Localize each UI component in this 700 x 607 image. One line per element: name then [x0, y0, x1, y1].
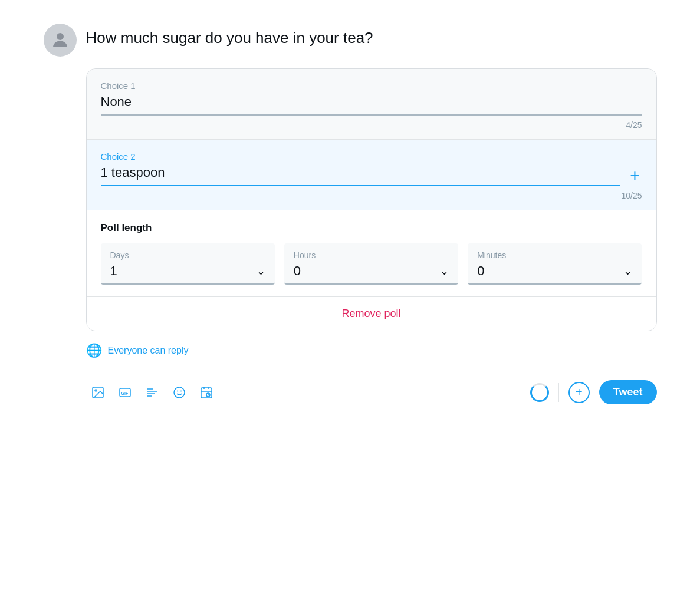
image-icon	[91, 385, 105, 400]
poll-length-title: Poll length	[101, 222, 642, 234]
svg-point-2	[95, 390, 97, 391]
avatar-icon	[50, 29, 71, 51]
toolbar-divider	[44, 368, 657, 368]
toolbar-row: GIF	[44, 373, 657, 407]
poll-length-section: Poll length Days 1 ⌄ Hours 0 ⌄	[87, 210, 656, 297]
days-chevron-icon: ⌄	[257, 265, 265, 278]
hours-value-row: 0 ⌄	[294, 263, 449, 279]
hours-dropdown[interactable]: Hours 0 ⌄	[284, 243, 458, 285]
plus-icon: +	[576, 385, 583, 399]
minutes-value: 0	[477, 263, 484, 279]
choice-1-input-wrapper: None	[101, 94, 642, 116]
toolbar-right: + Tweet	[530, 380, 657, 404]
toolbar-left: GIF	[86, 381, 218, 404]
emoji-icon-button[interactable]	[167, 381, 191, 404]
gif-icon: GIF	[118, 385, 132, 400]
hours-value: 0	[294, 263, 301, 279]
days-value-row: 1 ⌄	[110, 263, 265, 279]
hours-label: Hours	[294, 250, 449, 260]
choice-2-input-wrapper: 1 teaspoon	[101, 165, 621, 186]
choice-1-input-row: None	[101, 94, 642, 116]
svg-rect-12	[201, 388, 212, 398]
everyone-reply-text: Everyone can reply	[108, 345, 189, 356]
avatar	[44, 24, 77, 57]
add-choice-button[interactable]: +	[627, 167, 642, 184]
choice-1-label: Choice 1	[101, 81, 642, 91]
choice-1-section: Choice 1 None 4/25	[87, 69, 656, 140]
dropdowns-row: Days 1 ⌄ Hours 0 ⌄ Minutes	[101, 243, 642, 285]
globe-icon: 🌐	[86, 343, 102, 358]
days-label: Days	[110, 250, 265, 260]
toolbar-vertical-divider	[558, 383, 559, 402]
days-dropdown[interactable]: Days 1 ⌄	[101, 243, 275, 285]
remove-poll-button[interactable]: Remove poll	[341, 308, 400, 320]
choice-1-char-count: 4/25	[101, 120, 642, 130]
svg-point-0	[57, 33, 64, 40]
everyone-reply-row[interactable]: 🌐 Everyone can reply	[86, 343, 657, 358]
poll-icon-button[interactable]	[140, 381, 164, 404]
minutes-chevron-icon: ⌄	[623, 265, 632, 278]
choice-2-char-count: 10/25	[101, 191, 642, 200]
tweet-question: How much sugar do you have in your tea?	[86, 24, 373, 48]
days-value: 1	[110, 263, 117, 279]
tweet-composer: How much sugar do you have in your tea? …	[26, 12, 675, 418]
svg-text:GIF: GIF	[121, 391, 128, 395]
choice-1-value[interactable]: None	[101, 94, 642, 112]
schedule-icon-button[interactable]	[195, 381, 218, 404]
svg-point-9	[174, 387, 185, 398]
minutes-value-row: 0 ⌄	[477, 263, 632, 279]
choice-2-input-row: 1 teaspoon +	[101, 165, 642, 186]
tweet-button[interactable]: Tweet	[599, 380, 657, 404]
choice-2-value[interactable]: 1 teaspoon	[101, 165, 621, 183]
add-tweet-button[interactable]: +	[568, 382, 590, 403]
char-count-circle	[530, 383, 549, 402]
emoji-icon	[172, 385, 186, 400]
choice-2-label: Choice 2	[101, 151, 642, 161]
schedule-icon	[199, 385, 213, 400]
poll-icon	[145, 385, 159, 400]
choice-2-section: Choice 2 1 teaspoon + 10/25	[87, 140, 656, 210]
composer-header: How much sugar do you have in your tea?	[44, 24, 657, 57]
poll-container: Choice 1 None 4/25 Choice 2 1 teaspoon +…	[86, 68, 657, 331]
minutes-dropdown[interactable]: Minutes 0 ⌄	[468, 243, 642, 285]
minutes-label: Minutes	[477, 250, 632, 260]
hours-chevron-icon: ⌄	[440, 265, 449, 278]
remove-poll-section: Remove poll	[87, 297, 656, 331]
gif-icon-button[interactable]: GIF	[113, 381, 137, 404]
image-icon-button[interactable]	[86, 381, 110, 404]
